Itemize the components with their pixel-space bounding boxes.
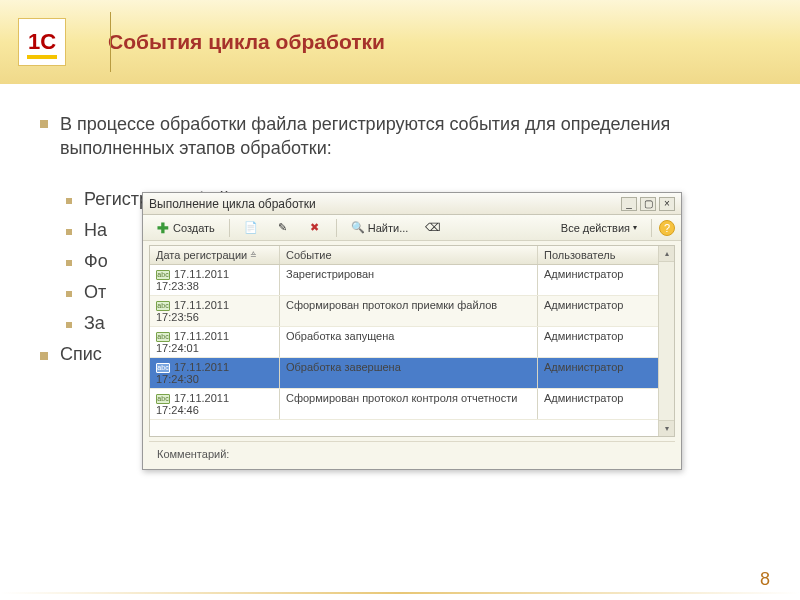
bullet-icon (66, 198, 72, 204)
bullet-icon (40, 352, 48, 360)
table-row[interactable]: abc17.11.2011 17:23:38 Зарегистрирован А… (150, 265, 658, 296)
edit-button[interactable]: ✎ (269, 218, 297, 238)
row-icon: abc (156, 332, 170, 342)
find-label: Найти... (368, 222, 409, 234)
window-titlebar[interactable]: Выполнение цикла обработки _ ▢ × (143, 193, 681, 215)
row-icon: abc (156, 270, 170, 280)
clear-search-button[interactable]: ⌫ (419, 218, 447, 238)
column-event[interactable]: Событие (280, 246, 538, 264)
page-number: 8 (760, 569, 770, 590)
minimize-button[interactable]: _ (621, 197, 637, 211)
plus-icon: ✚ (156, 221, 170, 235)
scroll-down-icon[interactable]: ▾ (659, 420, 674, 436)
slide-header: 1С События цикла обработки (0, 0, 800, 84)
find-button[interactable]: 🔍 Найти... (344, 218, 416, 238)
table-row[interactable]: abc17.11.2011 17:24:30 Обработка заверше… (150, 358, 658, 389)
separator (229, 219, 230, 237)
bullet-text: На (84, 220, 107, 241)
bullet-icon (40, 120, 48, 128)
scroll-up-icon[interactable]: ▴ (659, 246, 674, 262)
header-divider (110, 12, 111, 72)
edit-icon: ✎ (276, 221, 290, 235)
search-icon: 🔍 (351, 221, 365, 235)
bullet-icon (66, 291, 72, 297)
bullet-icon (66, 260, 72, 266)
table-row[interactable]: abc17.11.2011 17:24:01 Обработка запущен… (150, 327, 658, 358)
separator (651, 219, 652, 237)
delete-button[interactable]: ✖ (301, 218, 329, 238)
chevron-down-icon: ▾ (633, 223, 637, 232)
maximize-button[interactable]: ▢ (640, 197, 656, 211)
help-button[interactable]: ? (659, 220, 675, 236)
separator (336, 219, 337, 237)
table-row[interactable]: abc17.11.2011 17:23:56 Сформирован прото… (150, 296, 658, 327)
window-footer: Комментарий: (149, 441, 675, 465)
bullet-text: Фо (84, 251, 108, 272)
create-label: Создать (173, 222, 215, 234)
row-icon: abc (156, 394, 170, 404)
grid: Дата регистрации ≙ Событие Пользователь … (149, 245, 675, 437)
logo-icon: 1С (18, 18, 66, 66)
column-date[interactable]: Дата регистрации ≙ (150, 246, 280, 264)
clear-icon: ⌫ (426, 221, 440, 235)
sort-desc-icon: ≙ (250, 251, 257, 260)
app-window: Выполнение цикла обработки _ ▢ × ✚ Созда… (142, 192, 682, 470)
delete-icon: ✖ (308, 221, 322, 235)
row-icon: abc (156, 363, 170, 373)
intro-text: В процессе обработки файла регистрируютс… (60, 112, 770, 161)
column-user[interactable]: Пользователь (538, 246, 658, 264)
bullet-icon (66, 229, 72, 235)
footer-divider (0, 592, 800, 594)
close-button[interactable]: × (659, 197, 675, 211)
copy-button[interactable]: 📄 (237, 218, 265, 238)
copy-icon: 📄 (244, 221, 258, 235)
logo-text: 1С (28, 29, 56, 55)
create-button[interactable]: ✚ Создать (149, 218, 222, 238)
vertical-scrollbar[interactable]: ▴ ▾ (658, 246, 674, 436)
comment-label: Комментарий: (157, 448, 229, 460)
bullet-text: Спис (60, 344, 102, 365)
all-actions-button[interactable]: Все действия ▾ (554, 219, 644, 237)
bullet-text: От (84, 282, 106, 303)
window-title: Выполнение цикла обработки (149, 197, 316, 211)
row-icon: abc (156, 301, 170, 311)
logo-underscore (27, 55, 57, 59)
table-row[interactable]: abc17.11.2011 17:24:46 Сформирован прото… (150, 389, 658, 420)
window-toolbar: ✚ Создать 📄 ✎ ✖ 🔍 Найти... ⌫ Все действи… (143, 215, 681, 241)
page-title: События цикла обработки (108, 30, 385, 54)
grid-header: Дата регистрации ≙ Событие Пользователь (150, 246, 658, 265)
actions-label: Все действия (561, 222, 630, 234)
bullet-text: За (84, 313, 105, 334)
bullet-icon (66, 322, 72, 328)
